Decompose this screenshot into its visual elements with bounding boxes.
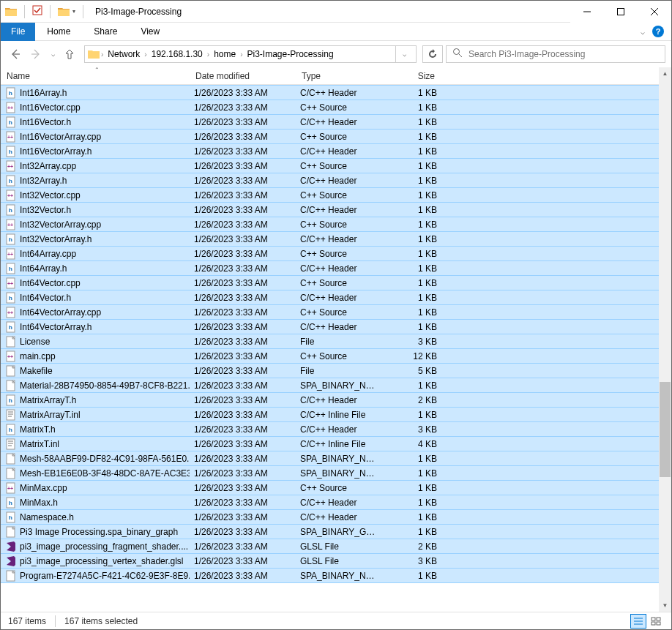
breadcrumb-segment[interactable]: Pi3-Image-Processing — [244, 48, 337, 61]
scroll-down-icon[interactable]: ▼ — [659, 599, 671, 612]
chevron-right-icon[interactable]: › — [143, 50, 148, 59]
file-name: Int32Vector.h — [20, 205, 71, 215]
recent-chevron-icon[interactable]: ⌵ — [48, 45, 58, 63]
svg-text:++: ++ — [7, 252, 13, 257]
file-row[interactable]: ++MinMax.cpp1/26/2023 3:33 AMC++ Source1… — [1, 480, 659, 495]
back-button[interactable] — [7, 45, 24, 63]
file-icon: ++ — [5, 482, 17, 494]
file-row[interactable]: Mesh-EB1E6E0B-3F48-48DC-8A7E-AC3E3...1/2… — [1, 465, 659, 481]
svg-text:h: h — [9, 514, 12, 521]
file-row[interactable]: hInt64VectorArray.h1/26/2023 3:33 AMC/C+… — [1, 319, 659, 334]
scroll-up-icon[interactable]: ▲ — [659, 67, 671, 80]
file-row[interactable]: hInt32Vector.h1/26/2023 3:33 AMC/C++ Hea… — [1, 202, 659, 217]
file-row[interactable]: hNamespace.h1/26/2023 3:33 AMC/C++ Heade… — [1, 509, 659, 525]
file-date: 1/26/2023 3:33 AM — [190, 161, 296, 171]
ribbon-home-tab[interactable]: Home — [35, 23, 82, 41]
file-row[interactable]: ++Int32Vector.cpp1/26/2023 3:33 AMC++ So… — [1, 187, 659, 203]
file-type: GLSL File — [296, 541, 384, 552]
file-row[interactable]: ++main.cpp1/26/2023 3:33 AMC++ Source12 … — [1, 348, 659, 364]
file-row[interactable]: ++Int32Array.cpp1/26/2023 3:33 AMC++ Sou… — [1, 158, 659, 173]
file-row[interactable]: hInt64Vector.h1/26/2023 3:33 AMC/C++ Hea… — [1, 290, 659, 305]
file-type: C++ Source — [296, 307, 384, 318]
breadcrumb-segment[interactable]: Network — [105, 48, 143, 61]
file-row[interactable]: hInt16Vector.h1/26/2023 3:33 AMC/C++ Hea… — [1, 114, 659, 130]
refresh-button[interactable] — [422, 45, 443, 63]
file-size: 1 KB — [384, 322, 441, 332]
file-row[interactable]: ++Int64Vector.cpp1/26/2023 3:33 AMC++ So… — [1, 275, 659, 290]
file-icon — [5, 380, 17, 391]
file-type: GLSL File — [296, 556, 384, 566]
column-size[interactable]: Size — [384, 67, 441, 84]
qat-check-icon[interactable] — [32, 5, 42, 18]
file-type: C/C++ Header — [296, 176, 384, 186]
file-list[interactable]: ⌃ Name Date modified Type Size hInt16Arr… — [1, 67, 659, 612]
ribbon-share-tab[interactable]: Share — [82, 23, 129, 41]
maximize-button[interactable] — [604, 1, 638, 23]
file-row[interactable]: License1/26/2023 3:33 AMFile3 KB — [1, 334, 659, 349]
file-date: 1/26/2023 3:33 AM — [190, 468, 296, 479]
file-name: Mesh-58AABF99-DF82-4C91-98FA-561E0... — [20, 454, 190, 464]
file-row[interactable]: Pi3 Image Processing.spa_binary_graph1/2… — [1, 524, 659, 539]
file-row[interactable]: Material-28B74950-8854-49B7-8CF8-B221...… — [1, 378, 659, 393]
details-view-button[interactable] — [630, 614, 646, 629]
search-input[interactable] — [468, 49, 659, 59]
file-size: 1 KB — [384, 263, 441, 274]
thumbnails-view-button[interactable] — [648, 614, 664, 629]
close-button[interactable] — [638, 1, 671, 23]
chevron-right-icon[interactable]: › — [100, 50, 105, 59]
up-button[interactable] — [61, 45, 78, 63]
file-icon: h — [5, 321, 17, 333]
file-icon — [5, 541, 17, 552]
file-type: C/C++ Header — [296, 263, 384, 274]
file-row[interactable]: ++Int16VectorArray.cpp1/26/2023 3:33 AMC… — [1, 129, 659, 144]
file-row[interactable]: hMinMax.h1/26/2023 3:33 AMC/C++ Header1 … — [1, 495, 659, 510]
search-box[interactable] — [446, 45, 665, 63]
file-row[interactable]: ++Int64VectorArray.cpp1/26/2023 3:33 AMC… — [1, 304, 659, 320]
file-row[interactable]: hInt32VectorArray.h1/26/2023 3:33 AMC/C+… — [1, 231, 659, 247]
ribbon-expand-icon[interactable]: ⌵ — [641, 28, 645, 36]
file-row[interactable]: hInt16Array.h1/26/2023 3:33 AMC/C++ Head… — [1, 85, 659, 100]
forward-button[interactable] — [27, 45, 45, 63]
file-row[interactable]: ++Int32VectorArray.cpp1/26/2023 3:33 AMC… — [1, 217, 659, 232]
file-row[interactable]: hMatrixArrayT.h1/26/2023 3:33 AMC/C++ He… — [1, 392, 659, 408]
file-date: 1/26/2023 3:33 AM — [190, 351, 296, 361]
minimize-button[interactable] — [570, 1, 604, 23]
scrollbar[interactable]: ▲ ▼ — [659, 67, 671, 612]
chevron-right-icon[interactable]: › — [239, 50, 244, 59]
column-type[interactable]: Type — [296, 67, 384, 84]
file-row[interactable]: Makefile1/26/2023 3:33 AMFile5 KB — [1, 363, 659, 378]
file-row[interactable]: ++Int64Array.cpp1/26/2023 3:33 AMC++ Sou… — [1, 246, 659, 261]
file-row[interactable]: hMatrixT.h1/26/2023 3:33 AMC/C++ Header3… — [1, 421, 659, 437]
qat-chevron-icon[interactable]: ▾ — [72, 8, 75, 15]
ribbon-view-tab[interactable]: View — [129, 23, 171, 41]
ribbon-file-tab[interactable]: File — [1, 23, 35, 41]
file-row[interactable]: hInt64Array.h1/26/2023 3:33 AMC/C++ Head… — [1, 260, 659, 276]
file-row[interactable]: Mesh-58AABF99-DF82-4C91-98FA-561E0...1/2… — [1, 451, 659, 466]
file-type: C/C++ Header — [296, 498, 384, 508]
svg-rect-76 — [657, 622, 660, 625]
file-row[interactable]: Program-E7274A5C-F421-4C62-9E3F-8E9...1/… — [1, 568, 659, 583]
file-type: C/C++ Header — [296, 146, 384, 157]
file-date: 1/26/2023 3:33 AM — [190, 102, 296, 113]
chevron-right-icon[interactable]: › — [206, 50, 211, 59]
file-row[interactable]: MatrixArrayT.inl1/26/2023 3:33 AMC/C++ I… — [1, 407, 659, 422]
file-date: 1/26/2023 3:33 AM — [190, 132, 296, 142]
file-date: 1/26/2023 3:33 AM — [190, 395, 296, 405]
file-row[interactable]: hInt16VectorArray.h1/26/2023 3:33 AMC/C+… — [1, 143, 659, 159]
address-bar[interactable]: › Network › 192.168.1.30 › home › Pi3-Im… — [84, 45, 417, 63]
file-row[interactable]: pi3_image_processing_fragment_shader....… — [1, 539, 659, 554]
help-icon[interactable]: ? — [652, 26, 664, 37]
file-row[interactable]: pi3_image_processing_vertex_shader.glsl1… — [1, 553, 659, 569]
file-row[interactable]: hInt32Array.h1/26/2023 3:33 AMC/C++ Head… — [1, 173, 659, 188]
file-row[interactable]: ++Int16Vector.cpp1/26/2023 3:33 AMC++ So… — [1, 100, 659, 115]
breadcrumb-segment[interactable]: home — [211, 48, 239, 61]
file-size: 1 KB — [384, 234, 441, 244]
breadcrumb-segment[interactable]: 192.168.1.30 — [149, 48, 206, 61]
file-icon: h — [5, 87, 17, 99]
file-icon: h — [5, 204, 17, 216]
column-date[interactable]: Date modified — [190, 67, 296, 84]
file-type: C++ Source — [296, 161, 384, 171]
file-row[interactable]: MatrixT.inl1/26/2023 3:33 AMC/C++ Inline… — [1, 436, 659, 451]
scrollbar-thumb[interactable] — [660, 382, 671, 477]
address-dropdown-icon[interactable]: ⌵ — [395, 46, 413, 62]
